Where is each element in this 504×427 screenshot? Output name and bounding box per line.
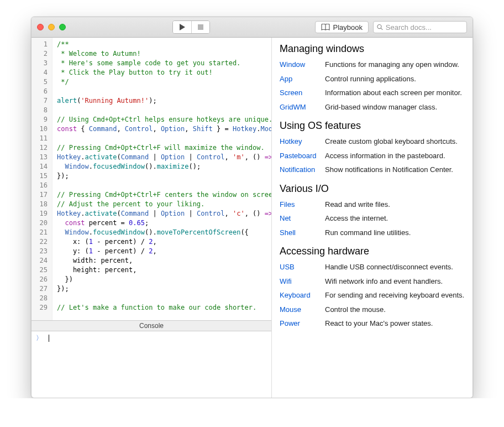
code-line[interactable] [57, 181, 267, 190]
code-line[interactable] [57, 87, 267, 96]
docs-row: NotificationShow notifications in Notifi… [280, 164, 465, 175]
code-token: - percent) / [93, 247, 149, 255]
playbook-button[interactable]: Playbook [315, 21, 369, 33]
console[interactable]: 〉 [32, 331, 271, 398]
code-token [57, 228, 65, 236]
line-number: 12 [32, 143, 48, 153]
code-line[interactable]: * Welcome to Autumn! [57, 49, 267, 59]
code-line[interactable]: y: (1 - percent) / 2, [57, 247, 267, 256]
code-token: }) [57, 275, 73, 283]
line-gutter: 1234567891011121314151617181920212223242… [32, 38, 53, 320]
code-line[interactable]: // Using Cmd+Opt+Ctrl helps ensure hotke… [57, 115, 267, 124]
docs-link[interactable]: Shell [280, 227, 318, 238]
line-number: 3 [32, 59, 48, 68]
code-token: Control [125, 125, 153, 133]
docs-row: HotkeyCreate custom global keyboard shor… [280, 136, 465, 147]
line-number: 28 [32, 294, 48, 303]
code-token: alert [57, 97, 77, 105]
code-token: . [81, 210, 85, 217]
code-line[interactable]: alert('Running Autumn!'); [57, 96, 267, 106]
code-line[interactable]: // Pressing Cmd+Opt+Ctrl+F will maximize… [57, 143, 267, 153]
line-number: 9 [32, 115, 48, 124]
docs-link[interactable]: Window [280, 59, 318, 70]
code-token: const [57, 125, 77, 133]
code-line[interactable]: height: percent, [57, 265, 267, 275]
docs-link[interactable]: Net [280, 213, 318, 224]
search-input[interactable] [386, 23, 463, 32]
line-number: 27 [32, 284, 48, 294]
docs-panel[interactable]: Managing windowsWindowFunctions for mana… [272, 38, 473, 398]
code-line[interactable]: * Here's some sample code to get you sta… [57, 59, 267, 68]
code-line[interactable]: Window.focusedWindow().maximize(); [57, 162, 267, 171]
docs-section-title: Accessing hardware [280, 246, 465, 257]
docs-link[interactable]: Notification [280, 164, 318, 175]
docs-link[interactable]: Keyboard [280, 290, 318, 301]
docs-link[interactable]: App [280, 74, 318, 85]
console-cursor [49, 335, 49, 342]
docs-link[interactable]: Screen [280, 87, 318, 98]
code-line[interactable]: // Pressing Cmd+Opt+Ctrl+F centers the w… [57, 190, 267, 200]
code-editor[interactable]: 1234567891011121314151617181920212223242… [32, 38, 271, 320]
docs-section: Accessing hardwareUSBHandle USB connect/… [280, 246, 465, 329]
minimize-window-button[interactable] [48, 24, 55, 30]
code-line[interactable]: const percent = 0.65; [57, 218, 267, 228]
code-line[interactable]: }) [57, 275, 267, 284]
stop-button[interactable] [191, 21, 209, 33]
code-token: , [185, 125, 192, 133]
stop-icon [198, 24, 203, 30]
line-number: 8 [32, 106, 48, 115]
docs-row: PasteboardAccess information in the past… [280, 150, 465, 162]
code-token: (). [145, 163, 157, 170]
code-line[interactable] [57, 134, 267, 143]
close-window-button[interactable] [37, 24, 44, 30]
code-token: percent = [85, 219, 129, 227]
zoom-window-button[interactable] [59, 24, 66, 30]
code-token: Option [161, 210, 185, 217]
line-number: 2 [32, 49, 48, 59]
play-button[interactable] [173, 21, 191, 33]
docs-link[interactable]: Hotkey [280, 136, 318, 147]
code-line[interactable]: // Let's make a function to make our cod… [57, 303, 267, 313]
code-token [57, 163, 65, 170]
docs-description: Control running applications. [325, 74, 465, 85]
code-line[interactable]: const { Command, Control, Option, Shift … [57, 124, 267, 134]
code-line[interactable]: Hotkey.activate(Command | Option | Contr… [57, 209, 267, 218]
code-line[interactable]: Window.focusedWindow().moveToPercentOfSc… [57, 228, 267, 237]
main-split: 1234567891011121314151617181920212223242… [32, 38, 473, 398]
docs-row: WindowFunctions for managing any open wi… [280, 59, 465, 70]
code-area[interactable]: /** * Welcome to Autumn! * Here's some s… [53, 38, 271, 320]
code-line[interactable]: Hotkey.activate(Command | Option | Contr… [57, 153, 267, 162]
code-line[interactable]: // Adjust the percent to your liking. [57, 200, 267, 209]
code-line[interactable]: * Click the Play button to try it out! [57, 68, 267, 77]
code-line[interactable]: /** [57, 40, 267, 49]
docs-link[interactable]: GridWM [280, 102, 318, 113]
code-line[interactable]: */ [57, 77, 267, 87]
docs-link[interactable]: Power [280, 318, 318, 329]
code-line[interactable] [57, 294, 267, 303]
docs-section-title: Various I/O [280, 183, 465, 195]
code-token: ({ [240, 228, 248, 236]
code-token: Command [121, 210, 149, 217]
code-line[interactable]: }); [57, 284, 267, 294]
docs-link[interactable]: Pasteboard [280, 150, 318, 162]
code-line[interactable]: }); [57, 171, 267, 181]
docs-row: ShellRun command line utilities. [280, 227, 465, 238]
line-number: 11 [32, 134, 48, 143]
docs-link[interactable]: Mouse [280, 304, 318, 315]
code-token: | [149, 153, 161, 161]
docs-link[interactable]: Wifi [280, 276, 318, 287]
docs-description: React to your Mac's power states. [325, 318, 465, 329]
code-line[interactable]: x: (1 - percent) / 2, [57, 237, 267, 247]
docs-description: Show notifications in Notification Cente… [325, 164, 465, 175]
search-box[interactable] [373, 21, 467, 33]
code-token: Control [197, 210, 225, 217]
docs-link[interactable]: USB [280, 262, 318, 273]
code-token: => [265, 153, 271, 161]
console-header: Console [32, 320, 271, 331]
line-number: 1 [32, 40, 48, 49]
docs-link[interactable]: Files [280, 199, 318, 210]
line-number: 16 [32, 181, 48, 190]
line-number: 22 [32, 237, 48, 247]
code-line[interactable]: width: percent, [57, 256, 267, 265]
code-line[interactable] [57, 106, 267, 115]
